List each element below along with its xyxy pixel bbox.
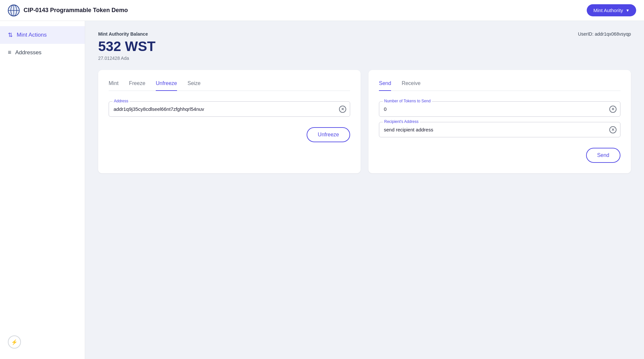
list-icon: ≡: [8, 49, 11, 56]
right-card-tabs: Send Receive: [379, 80, 620, 91]
balance-ada: 27.012428 Ada: [98, 56, 155, 61]
sidebar-addresses-label: Addresses: [15, 49, 42, 56]
app-logo-icon: [8, 5, 20, 16]
left-card: Mint Freeze Unfreeze Seize Address ✕ Unf…: [98, 70, 361, 173]
transfer-icon: ⇅: [8, 31, 13, 39]
tokens-field-wrapper: Number of Tokens to Send ✕: [379, 101, 620, 117]
balance-row: Mint Authority Balance 532 WST 27.012428…: [98, 31, 631, 61]
mint-authority-button[interactable]: Mint Authority ▼: [587, 4, 636, 16]
power-icon: ⚡: [11, 339, 18, 345]
recipient-field-wrapper: Recipient's Address ✕: [379, 122, 620, 137]
balance-amount: 532 WST: [98, 39, 155, 54]
tokens-input[interactable]: [379, 101, 620, 117]
cards-row: Mint Freeze Unfreeze Seize Address ✕ Unf…: [98, 70, 631, 173]
sidebar-item-addresses[interactable]: ≡ Addresses: [0, 44, 85, 61]
address-field-wrapper: Address ✕: [109, 101, 350, 117]
header-right: Mint Authority ▼: [587, 4, 636, 16]
tab-seize[interactable]: Seize: [188, 80, 201, 91]
tab-unfreeze[interactable]: Unfreeze: [156, 80, 177, 91]
address-clear-button[interactable]: ✕: [339, 106, 346, 113]
address-label: Address: [113, 99, 130, 103]
header-left: CIP-0143 Programmable Token Demo: [8, 5, 128, 16]
mint-authority-label: Mint Authority: [593, 8, 623, 13]
power-button[interactable]: ⚡: [8, 335, 21, 349]
recipient-label: Recipient's Address: [383, 119, 420, 124]
tab-mint[interactable]: Mint: [109, 80, 118, 91]
right-card: Send Receive Number of Tokens to Send ✕ …: [368, 70, 631, 173]
app-title: CIP-0143 Programmable Token Demo: [24, 7, 128, 14]
user-id: UserID: addr1qx068vsyqp: [578, 31, 631, 37]
tokens-label: Number of Tokens to Send: [383, 99, 432, 103]
balance-label: Mint Authority Balance: [98, 31, 155, 37]
sidebar-bottom: ⚡: [0, 330, 85, 354]
chevron-down-icon: ▼: [626, 8, 630, 13]
recipient-input[interactable]: [379, 122, 620, 137]
balance-right: UserID: addr1qx068vsyqp: [578, 31, 631, 38]
address-input[interactable]: [109, 101, 350, 117]
send-button[interactable]: Send: [586, 148, 620, 163]
sidebar: ⇅ Mint Actions ≡ Addresses ⚡: [0, 21, 85, 359]
recipient-clear-button[interactable]: ✕: [609, 126, 617, 133]
sidebar-item-mint-actions[interactable]: ⇅ Mint Actions: [0, 26, 85, 44]
tab-send[interactable]: Send: [379, 80, 391, 91]
app-layout: ⇅ Mint Actions ≡ Addresses ⚡ Mint Author…: [0, 21, 644, 359]
main-content: Mint Authority Balance 532 WST 27.012428…: [85, 21, 644, 359]
balance-left: Mint Authority Balance 532 WST 27.012428…: [98, 31, 155, 61]
left-card-tabs: Mint Freeze Unfreeze Seize: [109, 80, 350, 91]
unfreeze-button[interactable]: Unfreeze: [307, 127, 350, 142]
sidebar-mint-actions-label: Mint Actions: [17, 32, 47, 38]
tokens-clear-button[interactable]: ✕: [609, 106, 617, 113]
balance-section: Mint Authority Balance 532 WST 27.012428…: [98, 31, 631, 61]
tab-freeze[interactable]: Freeze: [129, 80, 145, 91]
app-header: CIP-0143 Programmable Token Demo Mint Au…: [0, 0, 644, 21]
tab-receive[interactable]: Receive: [402, 80, 420, 91]
